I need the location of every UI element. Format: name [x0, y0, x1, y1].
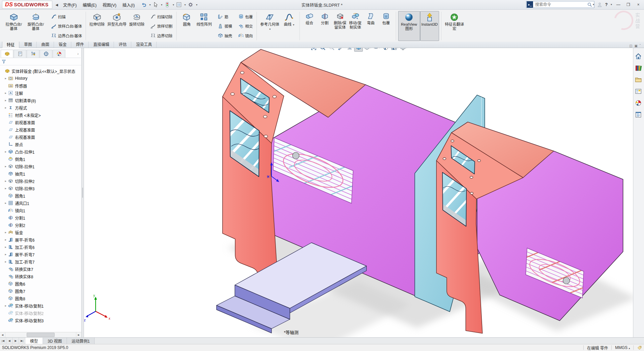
- close-button[interactable]: ×: [635, 2, 642, 7]
- tree-item-展平-折弯7[interactable]: ▸展平-折弯7: [0, 251, 81, 258]
- gear-icon-caret[interactable]: ▾: [196, 3, 197, 6]
- tree-item-圆角7[interactable]: 圆角7: [0, 287, 81, 295]
- tab-options-icon[interactable]: ◫: [629, 44, 632, 48]
- expand-arrow-icon[interactable]: ▸: [3, 106, 8, 109]
- graphics-viewport[interactable]: A▾▾▾▾: [84, 48, 633, 337]
- search-input[interactable]: [534, 2, 587, 7]
- ribbon-button-hole-wizard[interactable]: 异型孔向导: [106, 11, 128, 41]
- tree-item-加工-折弯7[interactable]: ▸加工-折弯7: [0, 258, 81, 265]
- scroll-left-icon[interactable]: ◀: [0, 332, 5, 337]
- expand-arrow-icon[interactable]: ▸: [3, 91, 8, 95]
- pointer-icon-caret[interactable]: ▾: [161, 3, 162, 6]
- tree-item-实体-移动/复制1[interactable]: ▸实体-移动/复制1: [0, 302, 81, 309]
- tree-item-圆角1[interactable]: 圆角1: [0, 192, 81, 199]
- tree-item-切除-拉伸3[interactable]: ▸切除-拉伸3: [0, 185, 81, 192]
- ribbon-button-wrap[interactable]: 包覆: [237, 12, 254, 21]
- ribbon-button-sweep-cut[interactable]: 扫描切除: [149, 12, 174, 21]
- panel-splitter[interactable]: [81, 48, 84, 337]
- tree-item-材质 <未指定>[interactable]: 材质 <未指定>: [0, 111, 81, 119]
- panel-tab-configuration-manager[interactable]: [27, 50, 39, 58]
- tag-icon[interactable]: [637, 345, 642, 350]
- expand-arrow-icon[interactable]: ▸: [3, 187, 8, 190]
- tree-item-分割2[interactable]: 分割2: [0, 221, 81, 229]
- menu-编辑(E)[interactable]: 编辑(E): [80, 0, 100, 9]
- scroll-thumb[interactable]: [27, 333, 55, 337]
- ribbon-button-split[interactable]: 分割: [317, 11, 332, 41]
- solidworks-logo[interactable]: DS SOLIDWORKS: [2, 1, 52, 9]
- doc-tab-模型[interactable]: 模型: [25, 338, 43, 344]
- headsup-zoom-prev[interactable]: [327, 48, 336, 52]
- taskpane-appearances-icon[interactable]: [635, 99, 643, 107]
- expand-arrow-icon[interactable]: ▸: [3, 150, 8, 153]
- tree-item-传感器[interactable]: 传感器: [0, 82, 81, 89]
- command-search[interactable]: ▸_ ▾: [526, 1, 594, 8]
- minimize-button[interactable]: —: [615, 2, 622, 7]
- headsup-section-view[interactable]: [336, 48, 345, 52]
- panel-tabs-overflow-icon[interactable]: ›: [77, 52, 81, 56]
- tree-item-上视基准面[interactable]: 上视基准面: [0, 126, 81, 133]
- expand-arrow-icon[interactable]: ▸: [3, 304, 8, 307]
- tree-item-转换实体8[interactable]: 转换实体8: [0, 273, 81, 280]
- menu-视图(V)[interactable]: 视图(V): [100, 0, 120, 9]
- scroll-track[interactable]: [5, 332, 76, 337]
- panel-tab-feature-manager[interactable]: [1, 50, 13, 58]
- expand-arrow-icon[interactable]: ▸: [3, 77, 8, 80]
- tree-item-抽壳1[interactable]: 抽壳1: [0, 170, 81, 177]
- headsup-apply-scene[interactable]: ▾: [390, 48, 399, 52]
- panel-tab-dimxpert-manager[interactable]: [40, 50, 52, 58]
- headsup-zoom-area[interactable]: [318, 48, 327, 52]
- ribbon-button-macro-translate[interactable]: 特征名翻译宏: [443, 11, 465, 41]
- menu-插入(I)[interactable]: 插入(I): [120, 0, 138, 9]
- tree-item-注解[interactable]: ▸A注解: [0, 89, 81, 97]
- ribbon-button-boundary-cut[interactable]: 边界切除: [149, 31, 174, 40]
- expand-arrow-icon[interactable]: ▸: [3, 253, 8, 256]
- ribbon-button-move-copy[interactable]: 移动/复制实体: [348, 11, 363, 41]
- tree-h-scrollbar[interactable]: ◀ ▶: [0, 332, 81, 337]
- tree-item-分割1[interactable]: 分割1: [0, 214, 81, 221]
- tree-filter[interactable]: [0, 58, 81, 65]
- undo-icon-caret[interactable]: ▾: [149, 3, 151, 6]
- expand-arrow-icon[interactable]: ▸: [3, 99, 8, 102]
- headsup-zoom-fit[interactable]: [309, 48, 318, 52]
- headsup-view-settings[interactable]: ▾: [399, 48, 408, 52]
- search-caret-icon[interactable]: ▾: [593, 3, 594, 6]
- ribbon-button-curve[interactable]: 曲线 ▾: [281, 11, 298, 41]
- gear-icon[interactable]: [188, 2, 194, 8]
- tree-item-切割清单(8)[interactable]: ▸切割清单(8): [0, 97, 81, 104]
- headsup-annotation-3d[interactable]: A: [345, 48, 354, 52]
- menu-pin-icon[interactable]: ◀: [56, 3, 58, 7]
- tree-item-凸台-拉伸1[interactable]: ▸凸台-拉伸1: [0, 148, 81, 155]
- tree-item-切除-拉伸2[interactable]: ▸切除-拉伸2: [0, 177, 81, 185]
- ribbon-button-fillet[interactable]: 圆角: [179, 11, 195, 41]
- ribbon-button-shell[interactable]: 抽壳: [217, 31, 233, 40]
- ribbon-button-wrap[interactable]: 包覆: [378, 11, 394, 41]
- ribbon-button-realview[interactable]: RealView图形: [398, 11, 420, 41]
- expand-arrow-icon[interactable]: ▸: [3, 231, 8, 234]
- tree-item-加工-折弯6[interactable]: ▸加工-折弯6: [0, 243, 81, 251]
- taskpane-home-icon[interactable]: [635, 53, 643, 61]
- doc-tab-3D 视图[interactable]: 3D 视图: [43, 338, 67, 344]
- expand-arrow-icon[interactable]: ▸: [3, 201, 8, 205]
- taskpane-design-library-icon[interactable]: [635, 64, 643, 72]
- search-icon[interactable]: [587, 2, 592, 7]
- stoplight-icon-caret[interactable]: ▾: [173, 3, 174, 6]
- units-selector[interactable]: MMGS ▴: [615, 345, 630, 350]
- ribbon-button-revolve-cut[interactable]: 旋转切除: [128, 11, 146, 41]
- tree-item-前视基准面[interactable]: 前视基准面: [0, 119, 81, 126]
- collapse-ribbon-icon[interactable]: ˆ: [640, 44, 641, 48]
- ribbon-button-ref-geometry[interactable]: 参考几何体 ▾: [259, 11, 281, 41]
- tab-特征[interactable]: 特征: [2, 41, 19, 48]
- ribbon-button-intersect[interactable]: 相交: [237, 22, 254, 31]
- ribbon-button-sweep[interactable]: 扫描: [50, 12, 83, 21]
- tree-item-History[interactable]: ▸History: [0, 75, 81, 82]
- ribbon-button-linear-pattern[interactable]: 线性阵列: [195, 11, 213, 41]
- sheet-nav-button[interactable]: ▶|: [19, 338, 25, 344]
- ribbon-button-cut-extrude[interactable]: 拉伸切除: [88, 11, 106, 41]
- tree-item-圆角6[interactable]: 圆角6: [0, 280, 81, 287]
- help-caret-icon[interactable]: ▾: [611, 3, 612, 6]
- tree-item-原点[interactable]: 原点: [0, 141, 81, 148]
- scroll-right-icon[interactable]: ▶: [76, 332, 81, 337]
- tree-item-镜向1[interactable]: 镜向1: [0, 207, 81, 214]
- tree-item-转换实体7[interactable]: 转换实体7: [0, 265, 81, 273]
- tree-item-钣金[interactable]: ▸钣金: [0, 229, 81, 236]
